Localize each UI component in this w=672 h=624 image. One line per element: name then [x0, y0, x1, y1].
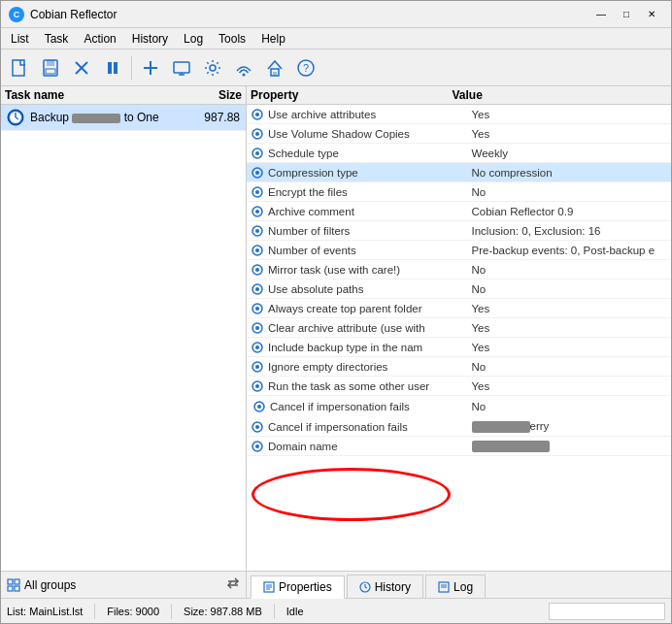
svg-point-30	[255, 171, 259, 175]
toolbar: ?	[1, 49, 671, 86]
svg-rect-3	[46, 69, 55, 74]
prop-row-compression: Compression type No compression	[247, 163, 671, 182]
prop-val-17	[464, 440, 668, 452]
menu-task[interactable]: Task	[37, 30, 77, 48]
svg-point-44	[255, 307, 259, 311]
tab-properties[interactable]: Properties	[251, 575, 345, 599]
prop-name-0: Use archive attributes	[268, 109, 464, 120]
prop-val-13: No	[464, 361, 668, 373]
prop-val-10: Yes	[464, 303, 668, 314]
prop-name-1: Use Volume Shadow Copies	[268, 128, 464, 140]
prop-row-schedule: Schedule type Weekly	[247, 144, 671, 163]
tab-log[interactable]: Log	[425, 575, 486, 598]
prop-icon-7	[251, 244, 264, 257]
menu-log[interactable]: Log	[176, 30, 211, 48]
prop-icon-12	[251, 341, 264, 354]
prop-val-1: Yes	[464, 128, 668, 140]
history-tab-icon	[359, 581, 371, 593]
menu-history[interactable]: History	[124, 30, 176, 48]
svg-point-14	[243, 73, 246, 76]
svg-point-13	[210, 65, 216, 71]
svg-text:?: ?	[303, 62, 309, 74]
svg-rect-60	[15, 579, 19, 584]
prop-name-4: Encrypt the files	[268, 186, 464, 198]
tab-container: Properties History Log	[247, 572, 671, 598]
svg-point-28	[255, 151, 259, 155]
svg-point-56	[255, 425, 259, 429]
status-sep-3	[274, 604, 275, 619]
swap-icon[interactable]	[226, 576, 240, 593]
property-table[interactable]: Use archive attributes Yes Use Volume Sh…	[247, 105, 671, 571]
menu-list[interactable]: List	[3, 30, 37, 48]
property-column-header: Property	[251, 88, 453, 102]
delete-button[interactable]	[67, 53, 96, 82]
svg-point-52	[255, 384, 259, 388]
prop-row-use-archive: Use archive attributes Yes	[247, 105, 671, 124]
home-button[interactable]	[260, 53, 289, 82]
status-size: Size: 987.88 MB	[184, 606, 262, 617]
pause-button[interactable]	[98, 53, 127, 82]
menu-tools[interactable]: Tools	[211, 30, 253, 48]
prop-icon-8	[251, 263, 264, 277]
prop-icon-9	[251, 282, 264, 296]
svg-point-54	[257, 405, 261, 409]
svg-rect-10	[174, 62, 189, 73]
signal-button[interactable]	[229, 53, 258, 82]
prop-row-empty-dir: Ignore empty directories No	[247, 357, 671, 377]
new-button[interactable]	[5, 53, 34, 82]
computer-button[interactable]	[167, 53, 196, 82]
svg-point-26	[255, 132, 259, 136]
settings-button[interactable]	[198, 53, 227, 82]
add-button[interactable]	[136, 53, 165, 82]
prop-name-16: Cancel if impersonation fails	[268, 421, 464, 433]
save-button[interactable]	[36, 53, 65, 82]
prop-name-3: Compression type	[268, 167, 464, 179]
task-clock-icon	[7, 109, 24, 126]
app-icon: C	[9, 7, 24, 22]
prop-row-cancel-imp-2: Cancel if impersonation fails erry	[247, 417, 671, 437]
svg-rect-62	[15, 586, 19, 591]
title-bar: C Cobian Reflector — □ ✕	[1, 1, 671, 28]
minimize-button[interactable]: —	[589, 5, 613, 24]
prop-val-6: Inclusion: 0, Exclusion: 16	[464, 225, 668, 237]
help-button[interactable]: ?	[291, 53, 320, 82]
svg-rect-7	[114, 62, 118, 74]
prop-name-2: Schedule type	[268, 148, 464, 159]
svg-rect-59	[8, 579, 13, 584]
prop-val-4: No	[464, 186, 668, 198]
prop-val-8: No	[464, 264, 668, 276]
task-name-column-header: Task name	[5, 88, 184, 102]
task-list-header: Task name Size	[1, 86, 246, 105]
task-row[interactable]: Backup to One 987.88	[1, 105, 246, 131]
task-name-label: Backup to One	[30, 111, 182, 124]
prop-row-cancel-imp-1: Cancel if impersonation fails No	[247, 396, 671, 417]
svg-point-36	[255, 229, 259, 233]
menu-help[interactable]: Help	[253, 30, 293, 48]
svg-point-48	[255, 345, 259, 349]
maximize-button[interactable]: □	[615, 5, 638, 24]
svg-point-32	[255, 190, 259, 194]
status-idle: Idle	[286, 606, 304, 617]
svg-point-46	[255, 326, 259, 330]
prop-name-12: Include backup type in the nam	[268, 342, 464, 353]
value-column-header: Value	[453, 88, 655, 102]
tab-history[interactable]: History	[347, 575, 423, 598]
app-title: Cobian Reflector	[30, 8, 589, 21]
svg-point-42	[255, 287, 259, 291]
prop-val-0: Yes	[464, 109, 668, 120]
menu-action[interactable]: Action	[76, 30, 123, 48]
prop-val-3: No compression	[464, 167, 668, 179]
prop-icon-10	[251, 302, 264, 315]
svg-point-24	[255, 113, 259, 116]
prop-name-11: Clear archive attribute (use with	[268, 322, 464, 334]
main-area: Task name Size Backup to O	[1, 86, 671, 571]
prop-icon-16	[251, 420, 264, 434]
prop-val-11: Yes	[464, 322, 668, 334]
prop-name-14: Run the task as some other user	[268, 380, 464, 392]
history-tab-label: History	[375, 580, 411, 594]
prop-row-absolute: Use absolute paths No	[247, 279, 671, 299]
close-button[interactable]: ✕	[640, 5, 663, 24]
prop-icon-5	[251, 205, 264, 218]
prop-row-run-user: Run the task as some other user Yes	[247, 377, 671, 396]
prop-icon-6	[251, 224, 264, 238]
